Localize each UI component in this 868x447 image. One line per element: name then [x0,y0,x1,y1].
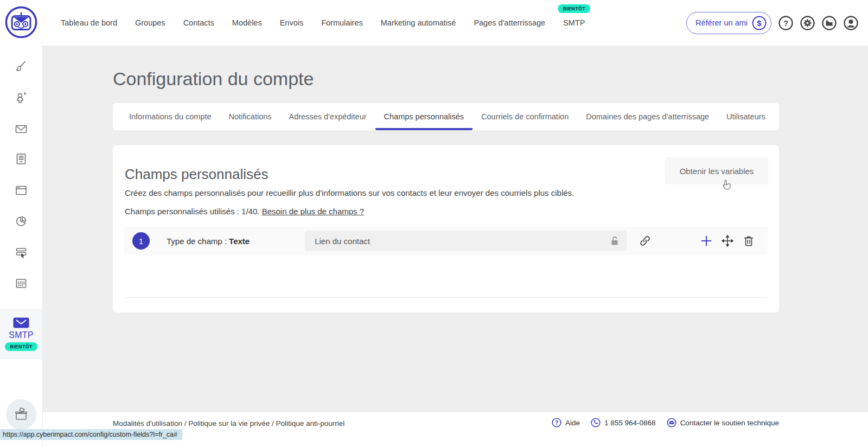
phone-link[interactable]: 1 855 964-0868 [591,418,656,427]
delete-field-button[interactable] [743,235,755,247]
usage-line: Champs personnalisés utilisés : 1/40. Be… [125,207,364,216]
field-actions [700,235,755,247]
sidebar-smtp-soon-badge: BIENTÔT [5,342,37,351]
brush-icon[interactable] [15,60,28,73]
more-fields-link[interactable]: Besoin de plus de champs ? [262,207,364,216]
nav-smtp[interactable]: BIENTÔT SMTP [563,18,585,27]
left-sidebar: SMTP BIENTÔT [0,46,43,447]
card-divider [124,297,768,298]
nav-contacts[interactable]: Contacts [183,18,214,27]
custom-field-row: 1 Type de champ : Texte [124,227,768,255]
nav-marketing-automatise[interactable]: Marketing automatisé [381,18,456,27]
main-navigation: Tableau de bord Groupes Contacts Modèles… [61,0,585,46]
tab-adresses-expediteur[interactable]: Adresses d'expéditeur [280,103,375,130]
dollar-icon: $ [752,16,767,30]
tab-courriels-confirmation[interactable]: Courriels de confirmation [473,103,577,130]
pie-chart-icon[interactable] [15,215,28,228]
help-circle-icon: ? [552,418,561,427]
account-icon[interactable] [844,16,858,30]
lock-icon [609,235,620,246]
mouse-cursor [721,179,733,192]
support-links: ? Aide 1 855 964-0868 Contacter le souti… [552,418,779,427]
field-type-label: Type de champ : Texte [167,237,250,246]
nav-formulaires[interactable]: Formulaires [321,18,363,27]
calendar-icon[interactable] [15,277,28,290]
nav-envois[interactable]: Envois [280,18,304,27]
settings-tabs: Informations du compte Notifications Adr… [113,103,779,130]
tab-utilisateurs[interactable]: Utilisateurs [718,103,774,130]
field-name-input-wrapper [305,231,627,251]
gear-icon[interactable] [800,16,815,30]
phone-icon [591,418,601,427]
nav-modeles[interactable]: Modèles [232,18,262,27]
get-variables-button[interactable]: Obtenir les variables [665,157,768,184]
svg-text:?: ? [783,18,788,28]
legal-links[interactable]: Modalités d'utilisation / Politique sur … [113,419,344,427]
add-contact-icon[interactable] [15,91,28,104]
forms-icon[interactable] [15,246,28,259]
status-bar-url: https://app.cyberimpact.com/config/custo… [0,429,182,440]
move-field-handle[interactable] [722,235,733,247]
mail-circle-icon [667,418,676,427]
custom-fields-card: Obtenir les variables Champs personnalis… [113,145,779,312]
tab-champs-personnalises[interactable]: Champs personnalisés [375,103,473,130]
svg-text:$: $ [757,18,762,28]
app-root: Tableau de bord Groupes Contacts Modèles… [0,0,868,447]
field-number-badge: 1 [132,232,150,250]
card-description: Créez des champs personnalisés pour recu… [125,188,574,197]
card-heading: Champs personnalisés [125,166,268,183]
tab-informations-du-compte[interactable]: Informations du compte [120,103,220,130]
smtp-envelope-icon [13,317,29,328]
sidebar-smtp-label: SMTP [9,330,34,340]
folder-icon[interactable] [822,16,837,30]
contact-support-link[interactable]: Contacter le soutien technique [667,418,779,427]
ballot-box-icon [14,407,29,422]
refer-friend-button[interactable]: Référer un ami $ [686,12,771,34]
cyberimpact-logo[interactable] [4,4,38,40]
add-field-button[interactable] [700,235,712,247]
browser-window-icon[interactable] [15,184,28,197]
top-header: Tableau de bord Groupes Contacts Modèles… [0,0,868,46]
tab-domaines-pages-atterrissage[interactable]: Domaines des pages d'atterrissage [577,103,718,130]
field-name-input[interactable] [305,237,627,246]
usage-count: Champs personnalisés utilisés : 1/40. [125,207,259,216]
envelope-icon[interactable] [15,123,28,136]
tab-notifications[interactable]: Notifications [220,103,280,130]
smtp-soon-badge: BIENTÔT [558,4,590,13]
nav-tableau-de-bord[interactable]: Tableau de bord [61,18,117,27]
nav-groupes[interactable]: Groupes [135,18,165,27]
link-icon[interactable] [639,235,651,247]
header-actions: Référer un ami $ ? [686,0,858,46]
nav-pages-atterrissage[interactable]: Pages d'atterrissage [474,18,545,27]
document-icon[interactable] [15,152,28,165]
page-title: Configuration du compte [113,68,314,90]
sidebar-item-smtp[interactable]: SMTP BIENTÔT [0,309,42,359]
help-icon[interactable]: ? [778,16,793,30]
help-link[interactable]: ? Aide [552,418,580,427]
ballot-box-button[interactable] [6,399,36,430]
svg-text:?: ? [555,420,558,426]
